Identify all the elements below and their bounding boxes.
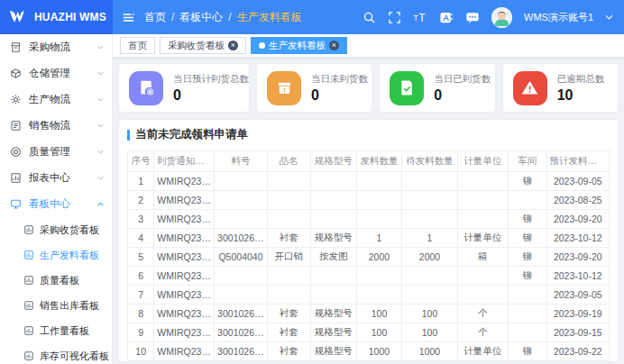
cell-r5-c4: 按发图 xyxy=(310,248,356,267)
sidebar-item-label: 质量管理 xyxy=(29,145,70,159)
cell-r7-c4 xyxy=(310,286,356,305)
production-icon xyxy=(10,94,23,106)
sidebar-item-6[interactable]: 看板中心 xyxy=(0,191,112,217)
tab-1[interactable]: 采购收货看板× xyxy=(160,37,246,54)
cell-r4-c3: 衬套 xyxy=(267,229,310,248)
stat-card-info: 已逾期总数10 xyxy=(557,73,605,103)
stat-card-3: 已逾期总数10 xyxy=(502,63,619,113)
cell-r1-c3 xyxy=(267,172,310,191)
stat-card-info: 当日已到货数0 xyxy=(434,73,491,103)
sidebar-submenu: 采购收货看板生产发料看板质量看板销售出库看板工作量看板库存可视化看板 xyxy=(0,217,112,364)
cell-r3-c4 xyxy=(310,210,356,229)
chevron-down-icon xyxy=(96,122,105,130)
cell-r9-c5: 100 xyxy=(356,323,402,342)
sidebar-item-0[interactable]: 采购物流 xyxy=(0,34,112,60)
cell-r8-c6: 100 xyxy=(402,305,457,323)
cell-r8-c4: 规格型号 xyxy=(310,305,356,323)
sidebar-toggle-icon[interactable] xyxy=(122,11,135,24)
cell-r7-c3 xyxy=(267,286,310,305)
svg-text:A: A xyxy=(443,14,449,23)
cell-r9-c8 xyxy=(508,323,546,342)
user-name[interactable]: WMS演示账号1 xyxy=(524,11,593,24)
page-content: 当日预计到货总数0当日未到货数0当日已到货数0已逾期总数10 当前未完成领料申请… xyxy=(113,58,624,364)
cell-r1-c2 xyxy=(215,172,268,191)
cell-r2-c8 xyxy=(508,191,546,210)
avatar[interactable] xyxy=(491,7,512,28)
sidebar-item-3[interactable]: 销售物流 xyxy=(0,113,112,139)
table-row: 4WMIRQ2310...3001026-Q3...衬套规格型号11计量单位铆2… xyxy=(128,229,610,248)
stat-card-value: 10 xyxy=(557,88,605,103)
translate-icon[interactable]: A xyxy=(439,11,454,24)
logo[interactable]: HUAZHI WMS xyxy=(0,0,113,34)
search-icon[interactable] xyxy=(362,11,376,24)
sidebar-subitem-0[interactable]: 采购收货看板 xyxy=(0,217,112,242)
dashboard-icon xyxy=(10,198,23,211)
sidebar-item-1[interactable]: 仓储管理 xyxy=(0,60,112,86)
table-row: 5WMIRQ2309...Q5004040开口销按发图20002000箱铆202… xyxy=(128,248,610,267)
cell-r1-c8: 铆 xyxy=(508,172,546,191)
cell-r4-c5: 1 xyxy=(356,229,402,248)
breadcrumb-item[interactable]: 看板中心 xyxy=(179,10,223,25)
cell-r6-c1: WMIRQ2310... xyxy=(154,267,215,286)
cell-r10-c0: 10 xyxy=(128,342,154,361)
top-nav: 首页/看板中心/生产发料看板 TT A xyxy=(113,0,624,34)
sidebar-subitem-2[interactable]: 质量看板 xyxy=(0,268,112,293)
sidebar-item-5[interactable]: 报表中心 xyxy=(0,165,112,191)
table-row: 1WMIRQ2309...铆2023-09-05 xyxy=(128,172,610,191)
cell-r1-c1: WMIRQ2309... xyxy=(154,172,215,191)
logo-icon xyxy=(7,9,29,25)
stat-card-label: 当日预计到货总数 xyxy=(173,73,249,86)
sidebar-subitem-5[interactable]: 库存可视化看板 xyxy=(0,343,112,364)
cell-r8-c0: 8 xyxy=(128,305,154,323)
breadcrumb-item[interactable]: 生产发料看板 xyxy=(237,10,302,25)
column-header-6: 待发料数量 xyxy=(402,151,457,172)
cell-r1-c7 xyxy=(457,172,508,191)
close-tab-icon[interactable]: × xyxy=(329,41,339,50)
sidebar-item-label: 看板中心 xyxy=(29,197,70,211)
tab-0[interactable]: 首页 xyxy=(120,37,155,54)
cell-r8-c2: 3001026-Q3... xyxy=(215,305,268,323)
close-tab-icon[interactable]: × xyxy=(228,41,238,50)
sidebar-item-label: 报表中心 xyxy=(29,171,70,185)
cell-r10-c9: 2023-09-22 xyxy=(546,342,609,361)
cell-r2-c1: WMIRQ2308... xyxy=(154,191,215,210)
chevron-down-icon[interactable] xyxy=(605,14,613,20)
pending-requisitions-table: 序号到货通知单号料号品名规格型号发料数量待发料数量计量单位车间预计发料日期1WM… xyxy=(127,150,610,361)
fullscreen-icon[interactable] xyxy=(388,11,401,24)
table-row: 6WMIRQ2310...铆2023-10-12 xyxy=(128,267,610,286)
chevron-up-icon xyxy=(96,200,105,208)
cell-r8-c9: 2023-09-19 xyxy=(546,305,609,323)
sidebar-subitem-1[interactable]: 生产发料看板 xyxy=(0,242,112,268)
sidebar-subitem-label: 工作量看板 xyxy=(40,324,89,338)
sidebar-item-4[interactable]: 质量管理 xyxy=(0,139,112,165)
breadcrumb-item[interactable]: 首页 xyxy=(144,10,166,25)
cell-r10-c6: 1000 xyxy=(402,342,457,361)
cell-r10-c8: 铆 xyxy=(508,342,546,361)
cell-r9-c9: 2023-09-15 xyxy=(546,323,609,342)
chevron-down-icon xyxy=(96,174,105,182)
cell-r7-c7 xyxy=(457,286,508,305)
cell-r3-c6 xyxy=(402,210,457,229)
report-icon xyxy=(10,172,23,185)
font-size-icon[interactable]: TT xyxy=(413,11,427,24)
stat-card-0: 当日预计到货总数0 xyxy=(118,63,250,113)
cell-r10-c7: 计量单位 xyxy=(457,342,508,361)
tab-bar: 首页采购收货看板×生产发料看板× xyxy=(113,34,624,58)
stat-card-info: 当日未到货数0 xyxy=(311,73,368,103)
stat-cards: 当日预计到货总数0当日未到货数0当日已到货数0已逾期总数10 xyxy=(118,63,619,113)
table-header-row: 序号到货通知单号料号品名规格型号发料数量待发料数量计量单位车间预计发料日期 xyxy=(128,151,610,172)
sidebar-subitem-3[interactable]: 销售出库看板 xyxy=(0,293,112,318)
cell-r3-c1: WMIRQ2309... xyxy=(154,210,215,229)
message-icon[interactable] xyxy=(465,11,480,24)
tab-2[interactable]: 生产发料看板× xyxy=(251,37,347,54)
cell-r10-c2: 3001026-Q3... xyxy=(215,342,268,361)
sidebar-item-2[interactable]: 生产物流 xyxy=(0,86,112,113)
sidebar-subitem-4[interactable]: 工作量看板 xyxy=(0,318,112,343)
kanban-icon xyxy=(23,350,34,361)
cell-r4-c4: 规格型号 xyxy=(310,229,356,248)
column-header-3: 品名 xyxy=(267,151,310,172)
sidebar-subitem-label: 生产发料看板 xyxy=(40,249,99,262)
table-row: 9WMIRQ2309...3001026-Q3...衬套规格型号100100个2… xyxy=(128,323,610,342)
logo-text: HUAZHI WMS xyxy=(34,11,106,23)
cell-r2-c3 xyxy=(267,191,310,210)
